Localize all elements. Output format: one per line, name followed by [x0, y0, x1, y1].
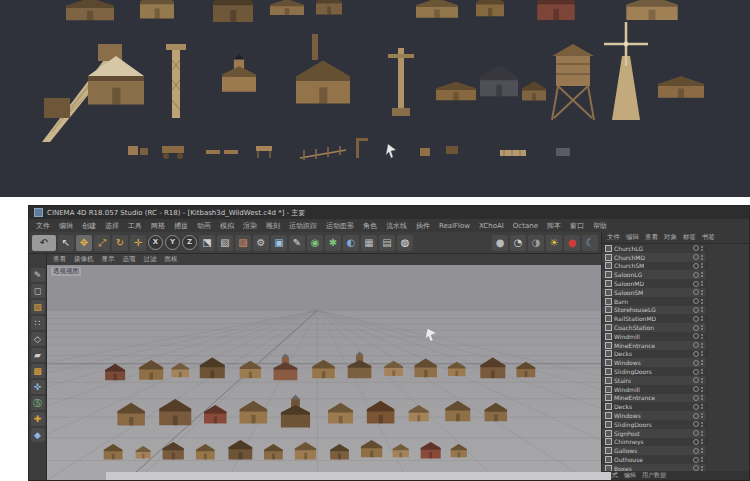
layer-dot-icon[interactable] [693, 281, 699, 287]
visibility-dots-icon[interactable] [701, 325, 703, 330]
enable-axis-icon[interactable]: ✚ [31, 412, 45, 426]
snap-icon[interactable]: Ⓢ [31, 396, 45, 410]
lines-sphere-icon[interactable]: ◔ [510, 235, 526, 251]
visibility-dots-icon[interactable] [701, 360, 703, 365]
viewport-menu-item[interactable]: 摄像机 [74, 255, 94, 264]
visibility-dots-icon[interactable] [701, 431, 703, 436]
menu-item[interactable]: 渲染 [243, 221, 257, 231]
subdivision-surface-icon[interactable]: ◉ [307, 235, 323, 251]
render-moon-icon[interactable]: ☾ [582, 235, 598, 251]
menu-item[interactable]: 窗口 [570, 221, 584, 231]
menu-item[interactable]: 创建 [82, 221, 96, 231]
edges-mode-icon[interactable]: ◇ [31, 332, 45, 346]
points-mode-icon[interactable]: ∷ [31, 316, 45, 330]
layer-dot-icon[interactable] [693, 289, 699, 295]
deformer-icon[interactable]: ◐ [343, 235, 359, 251]
object-row[interactable]: Decks [602, 350, 706, 359]
visibility-dots-icon[interactable] [701, 395, 703, 400]
layer-dot-icon[interactable] [693, 333, 699, 339]
layer-dot-icon[interactable] [693, 351, 699, 357]
visibility-dots-icon[interactable] [701, 299, 703, 304]
object-row[interactable]: SignPost [602, 429, 706, 438]
layer-dot-icon[interactable] [693, 377, 699, 383]
visibility-dots-icon[interactable] [701, 263, 703, 268]
polygons-mode-icon[interactable]: ▰ [31, 348, 45, 362]
menu-item[interactable]: 模拟 [220, 221, 234, 231]
object-row[interactable]: RailStationMD [602, 314, 706, 323]
visibility-dots-icon[interactable] [701, 255, 703, 260]
layer-dot-icon[interactable] [693, 430, 699, 436]
shading-sphere-icon[interactable]: ● [492, 235, 508, 251]
object-row[interactable]: Boxes [602, 464, 706, 471]
floor-environment-icon[interactable]: ▦ [361, 235, 377, 251]
object-row[interactable]: SlidingDoors [602, 420, 706, 429]
object-row[interactable]: SaloonLG [602, 270, 706, 279]
render-settings-icon[interactable]: ⚙ [253, 235, 269, 251]
layer-dot-icon[interactable] [693, 325, 699, 331]
viewport-canvas[interactable]: 透视视图 [47, 265, 601, 480]
layer-dot-icon[interactable] [693, 254, 699, 260]
layer-dot-icon[interactable] [693, 307, 699, 313]
light-icon[interactable]: ◍ [397, 235, 413, 251]
object-row[interactable]: Windmill [602, 332, 706, 341]
menu-item[interactable]: 捕捉 [174, 221, 188, 231]
visibility-dots-icon[interactable] [701, 272, 703, 277]
rotate-tool-icon[interactable]: ↻ [112, 235, 128, 251]
viewport-solo-icon[interactable]: ◆ [31, 428, 45, 442]
object-row[interactable]: SaloonMD [602, 279, 706, 288]
viewport-menu-item[interactable]: 面板 [165, 255, 178, 264]
visibility-dots-icon[interactable] [701, 246, 703, 251]
menu-item[interactable]: 工具 [128, 221, 142, 231]
scale-tool-icon[interactable]: ⤢ [94, 235, 110, 251]
menu-item[interactable]: 运动图形 [326, 221, 354, 231]
layer-dot-icon[interactable] [693, 272, 699, 278]
pen-spline-icon[interactable]: ✎ [289, 235, 305, 251]
undo-icon[interactable]: ↶ [32, 235, 56, 251]
visibility-dots-icon[interactable] [701, 457, 703, 462]
viewport-menu-item[interactable]: 查看 [53, 255, 66, 264]
visibility-dots-icon[interactable] [701, 307, 703, 312]
layer-dot-icon[interactable] [693, 245, 699, 251]
object-row[interactable]: Outhouse [602, 455, 706, 464]
model-mode-icon[interactable]: ◻ [31, 284, 45, 298]
menu-item[interactable]: 帮助 [593, 221, 607, 231]
object-row[interactable]: ChurchMD [602, 253, 706, 262]
visibility-dots-icon[interactable] [701, 439, 703, 444]
menu-item[interactable]: 脚本 [547, 221, 561, 231]
render-view-icon[interactable]: ▧ [217, 235, 233, 251]
layer-dot-icon[interactable] [693, 342, 699, 348]
object-row[interactable]: Windows [602, 358, 706, 367]
visibility-dots-icon[interactable] [701, 413, 703, 418]
primitive-cube-icon[interactable]: ▣ [271, 235, 287, 251]
object-row[interactable]: ChurchLG [602, 244, 706, 253]
object-row[interactable]: Gallows [602, 446, 706, 455]
menu-item[interactable]: 运动跟踪 [289, 221, 317, 231]
object-row[interactable]: StorehouseLG [602, 306, 706, 315]
object-row[interactable]: Chimneys [602, 438, 706, 447]
visibility-dots-icon[interactable] [701, 343, 703, 348]
object-manager-menu-item[interactable]: 编辑 [626, 233, 639, 242]
title-bar[interactable]: CINEMA 4D R18.057 Studio (RC - R18) - [K… [29, 206, 749, 219]
render-picture-viewer-icon[interactable]: ▨ [235, 235, 251, 251]
viewport-menu-item[interactable]: 过滤 [144, 255, 157, 264]
array-mograph-icon[interactable]: ✱ [325, 235, 341, 251]
attribute-manager-tab[interactable]: 用户数据 [642, 471, 666, 480]
layer-dot-icon[interactable] [693, 413, 699, 419]
menu-item[interactable]: XChoAI [479, 222, 504, 230]
workplane-icon[interactable]: ✜ [31, 380, 45, 394]
visibility-dots-icon[interactable] [701, 351, 703, 356]
viewport-menu-item[interactable]: 选项 [123, 255, 136, 264]
layer-dot-icon[interactable] [693, 439, 699, 445]
visibility-dots-icon[interactable] [701, 369, 703, 374]
record-button-icon[interactable]: ● [564, 235, 580, 251]
object-row[interactable]: MineEntrance [602, 394, 706, 403]
object-manager-menu-item[interactable]: 标签 [683, 233, 696, 242]
wireframe-sphere-icon[interactable]: ◑ [528, 235, 544, 251]
visibility-dots-icon[interactable] [701, 334, 703, 339]
object-manager-menu-item[interactable]: 文件 [607, 233, 620, 242]
layer-dot-icon[interactable] [693, 395, 699, 401]
object-manager-menu-item[interactable]: 对象 [664, 233, 677, 242]
menu-item[interactable]: 插件 [416, 221, 430, 231]
default-light-icon[interactable]: ☀ [546, 235, 562, 251]
layer-dot-icon[interactable] [693, 369, 699, 375]
